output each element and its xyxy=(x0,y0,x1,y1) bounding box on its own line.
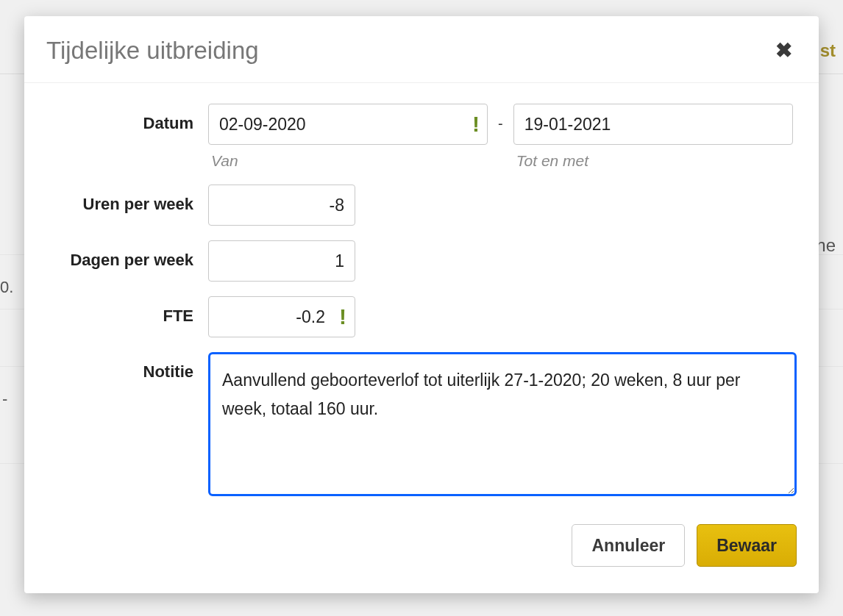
row-note: Notitie xyxy=(46,352,797,496)
row-hours: Uren per week xyxy=(46,185,797,226)
cancel-button[interactable]: Annuleer xyxy=(572,524,685,567)
hours-input[interactable] xyxy=(208,185,355,226)
bg-crumb-top: st xyxy=(820,40,836,61)
row-date: Datum ! Van - Tot en met xyxy=(46,104,797,170)
modal-title: Tijdelijke uitbreiding xyxy=(46,37,259,65)
row-fte: FTE ! xyxy=(46,296,797,337)
date-to-input[interactable] xyxy=(514,104,792,144)
row-days: Dagen per week xyxy=(46,240,797,282)
label-date: Datum xyxy=(46,104,208,133)
note-textarea[interactable] xyxy=(208,352,797,496)
label-days: Dagen per week xyxy=(46,240,208,270)
days-input[interactable] xyxy=(208,240,355,282)
date-separator: - xyxy=(498,104,503,132)
bg-left-value: 0. xyxy=(0,278,13,297)
fte-input[interactable] xyxy=(208,296,355,337)
date-from-wrap: ! xyxy=(208,104,488,145)
bg-crumb-mid: ne xyxy=(816,235,836,256)
bg-dash: - xyxy=(2,390,7,409)
hint-to: Tot en met xyxy=(513,152,793,170)
label-fte: FTE xyxy=(46,296,208,326)
modal-body: Datum ! Van - Tot en met xyxy=(24,83,819,504)
save-button[interactable]: Bewaar xyxy=(697,524,797,567)
label-hours: Uren per week xyxy=(46,185,208,214)
date-from-input[interactable] xyxy=(209,104,487,144)
modal-footer: Annuleer Bewaar xyxy=(24,504,819,571)
modal-header: Tijdelijke uitbreiding ✖ xyxy=(24,16,819,83)
date-to-wrap xyxy=(513,104,793,145)
label-note: Notitie xyxy=(46,352,208,382)
temporary-extension-modal: Tijdelijke uitbreiding ✖ Datum ! Van - xyxy=(24,16,819,593)
warning-icon: ! xyxy=(339,304,346,329)
hint-from: Van xyxy=(208,152,488,170)
close-icon[interactable]: ✖ xyxy=(771,37,797,64)
